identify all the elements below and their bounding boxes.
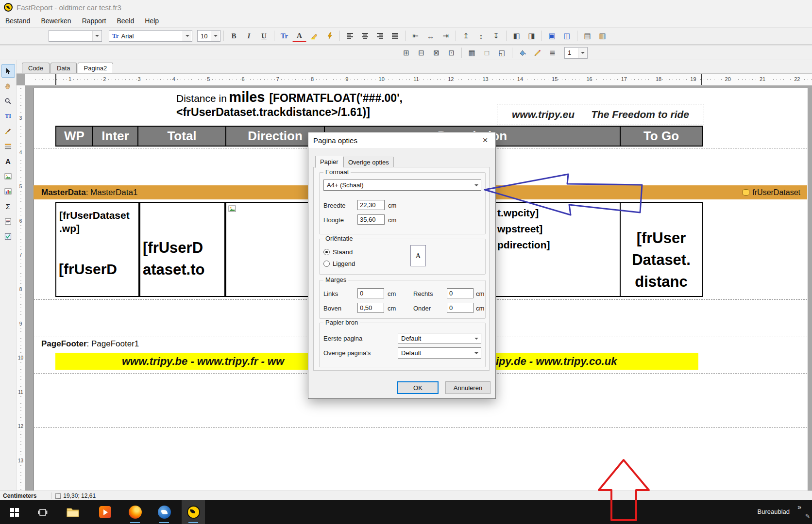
desktop-toolbar[interactable]: Bureaublad	[758, 508, 790, 515]
underline-button[interactable]: U	[257, 29, 271, 43]
chevron-down-icon[interactable]	[472, 180, 480, 190]
menu-beeld[interactable]: Beeld	[111, 16, 139, 26]
italic-button[interactable]: I	[242, 29, 256, 43]
align-left-button[interactable]	[343, 29, 357, 43]
chevron-down-icon[interactable]	[578, 48, 587, 58]
insert-band-tool[interactable]	[1, 139, 15, 153]
format-painter-tool[interactable]	[1, 124, 15, 138]
insert-richtext-tool[interactable]	[1, 214, 15, 228]
all-borders-button[interactable]: ⊞	[399, 46, 413, 60]
menu-rapport[interactable]: Rapport	[77, 16, 112, 26]
align-to-top-button[interactable]: ↥	[459, 29, 473, 43]
start-button[interactable]	[3, 500, 26, 524]
align-center-button[interactable]	[358, 29, 372, 43]
bold-button[interactable]: B	[227, 29, 241, 43]
insert-chart-tool[interactable]	[1, 184, 15, 198]
staand-radio[interactable]: Staand	[323, 248, 353, 256]
paper-format-combo[interactable]: A4+ (Schaal)	[323, 180, 481, 191]
media-player-button[interactable]	[93, 500, 117, 524]
align-justify-button[interactable]	[388, 29, 402, 43]
overige-paginas-combo[interactable]: Default	[398, 347, 481, 359]
menu-bewerken[interactable]: Bewerken	[35, 16, 76, 26]
hoogte-input[interactable]: 35,60	[357, 214, 385, 225]
links-input[interactable]: 0	[357, 288, 384, 298]
chevron-down-icon[interactable]	[183, 31, 191, 41]
conditional-highlight-button[interactable]	[322, 29, 337, 43]
distance-text-object[interactable]: Distance in miles [FORMATFLOAT('###.00',…	[176, 89, 403, 119]
font-name-combo[interactable]: Tr Arial	[109, 30, 192, 42]
header-cell-inter[interactable]: Inter	[93, 127, 138, 146]
thunderbird-button[interactable]	[152, 500, 176, 524]
hand-tool[interactable]	[1, 79, 15, 93]
file-explorer-button[interactable]	[61, 500, 85, 524]
line-style-button[interactable]: ≣	[545, 46, 559, 60]
text-edit-tool[interactable]: TI	[1, 109, 15, 123]
cell-wp-object[interactable]: [frUserDataset .wp] [frUserD	[55, 202, 139, 297]
align-to-right-edge-button[interactable]: ⇥	[439, 29, 453, 43]
grid-fill-button[interactable]: ▦	[465, 46, 479, 60]
task-view-button[interactable]	[31, 500, 54, 524]
firefox-button[interactable]	[123, 500, 147, 524]
liggend-radio[interactable]: Liggend	[323, 260, 355, 267]
outer-border-button[interactable]: ⊡	[444, 46, 458, 60]
horizontal-borders-button[interactable]: ⊟	[414, 46, 428, 60]
band-layout-button[interactable]: ▤	[580, 29, 594, 43]
highlight-button[interactable]	[307, 29, 321, 43]
fill-color-button[interactable]	[515, 46, 529, 60]
insert-sum-tool[interactable]: Σ	[1, 199, 15, 213]
chevron-down-icon[interactable]	[92, 31, 101, 41]
fit-frame-button[interactable]: ▣	[545, 29, 559, 43]
tab-code[interactable]: Code	[22, 63, 50, 73]
zoom-combo[interactable]: 1	[564, 47, 588, 59]
dialog-close-button[interactable]: ×	[475, 132, 495, 148]
header-cell-togo[interactable]: To Go	[621, 127, 702, 146]
header-cell-wp[interactable]: WP	[56, 127, 93, 146]
pen-icon[interactable]: ✎	[805, 513, 810, 520]
fastreport-taskbar-button[interactable]	[182, 500, 205, 524]
rechts-input[interactable]: 0	[447, 288, 474, 298]
no-border-button[interactable]: □	[480, 46, 494, 60]
style-combo[interactable]	[49, 30, 102, 42]
menu-bestand[interactable]: Bestand	[0, 16, 35, 26]
chevron-down-icon[interactable]	[211, 31, 220, 41]
pagefooter-band-label[interactable]: PageFooter: PageFooter1	[41, 339, 139, 349]
line-color-button[interactable]	[530, 46, 544, 60]
font-color-button[interactable]: A	[292, 30, 306, 42]
cell-distance-object[interactable]: [frUser Dataset. distanc	[620, 202, 703, 297]
tab-pagina2[interactable]: Pagina2	[78, 63, 114, 73]
dialog-tab-overige[interactable]: Overige opties	[343, 157, 394, 168]
chevron-double-right-icon[interactable]: »	[797, 503, 801, 511]
same-width-button[interactable]: ◧	[509, 29, 524, 43]
align-to-left-edge-button[interactable]: ⇤	[408, 29, 423, 43]
band-columns-button[interactable]: ▥	[595, 29, 609, 43]
menu-help[interactable]: Help	[139, 16, 164, 26]
font-size-combo[interactable]: 10	[197, 30, 220, 42]
select-tool[interactable]	[1, 64, 15, 78]
same-height-button[interactable]: ◨	[524, 29, 539, 43]
insert-picture-tool[interactable]	[1, 169, 15, 183]
boven-input[interactable]: 0,50	[357, 303, 384, 313]
insert-text-tool[interactable]: A	[1, 154, 15, 168]
align-to-bottom-button[interactable]: ↧	[489, 29, 503, 43]
cell-total-object[interactable]: [frUserD ataset.to	[139, 202, 225, 297]
center-horizontally-button[interactable]: ↔	[423, 29, 438, 43]
onder-input[interactable]: 0	[447, 303, 474, 313]
split-frame-button[interactable]: ◫	[560, 29, 574, 43]
tripy-text-object[interactable]: www.tripy.eu The Freedom to ride	[497, 104, 704, 125]
dialog-tab-papier[interactable]: Papier	[315, 156, 343, 168]
header-cell-total[interactable]: Total	[138, 127, 226, 146]
chevron-down-icon[interactable]	[472, 334, 480, 343]
eerste-pagina-combo[interactable]: Default	[398, 333, 481, 344]
center-vertically-button[interactable]: ↕	[474, 29, 488, 43]
zoom-tool[interactable]	[1, 94, 15, 108]
partial-border-button[interactable]: ◱	[495, 46, 509, 60]
tab-data[interactable]: Data	[51, 63, 76, 73]
chevron-down-icon[interactable]	[472, 348, 480, 358]
insert-checkbox-tool[interactable]	[1, 229, 15, 243]
cross-borders-button[interactable]: ⊠	[429, 46, 443, 60]
ok-button[interactable]: OK	[397, 381, 439, 394]
font-settings-button[interactable]: Tr	[277, 29, 291, 43]
align-right-button[interactable]	[373, 29, 387, 43]
annuleren-button[interactable]: Annuleren	[445, 381, 491, 394]
breedte-input[interactable]: 22,30	[357, 200, 385, 210]
